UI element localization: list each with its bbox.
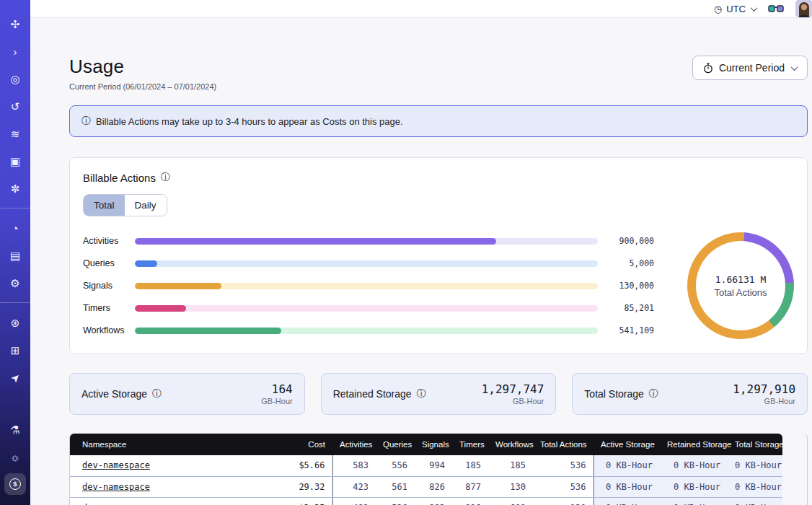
- col-total-actions: Total Actions: [533, 434, 593, 455]
- bar-track: [135, 238, 598, 245]
- bar-label: Workflows: [83, 325, 135, 335]
- usage-gauge-icon[interactable]: ◔: [4, 217, 26, 239]
- info-icon[interactable]: ⓘ: [152, 387, 162, 400]
- glasses-icon: [768, 4, 784, 14]
- billing-card-icon[interactable]: ▤: [4, 245, 26, 266]
- col-activities: Activities: [332, 434, 376, 455]
- total-storage-cell: 0 KB-Hour: [728, 497, 782, 505]
- rocket-icon[interactable]: ➤: [4, 366, 26, 388]
- chevron-down-icon: [751, 4, 758, 12]
- activities-cell: 423: [332, 476, 376, 497]
- col-timers: Timers: [452, 434, 488, 455]
- pricing-dollar-icon[interactable]: $: [4, 473, 26, 495]
- namespace-usage-table: Namespace Cost Activities Queries Signal…: [69, 434, 808, 505]
- active-storage-label: Active Storage: [81, 388, 147, 400]
- retained-storage-unit: GB-Hour: [482, 397, 544, 405]
- task-queues-icon[interactable]: ≋: [4, 123, 26, 144]
- retained-storage-value: 1,297,747: [482, 382, 544, 396]
- activities-cell: 492: [332, 497, 376, 505]
- tab-total[interactable]: Total: [84, 195, 125, 216]
- settings-gear-icon[interactable]: ⚙: [4, 272, 26, 294]
- col-queries: Queries: [376, 434, 415, 455]
- timers-cell: 185: [452, 455, 488, 476]
- page-subtitle: Current Period (06/01/2024 – 07/01/2024): [69, 82, 216, 91]
- timers-cell: 816: [452, 497, 488, 505]
- namespace-link[interactable]: dev-namespace: [82, 482, 150, 492]
- billable-actions-title: Billable Actions: [83, 172, 156, 184]
- user-menu[interactable]: [795, 0, 812, 17]
- cost-cell: $3.35: [281, 497, 332, 505]
- retained-storage-label: Retained Storage: [333, 388, 412, 400]
- info-icon[interactable]: ⓘ: [649, 387, 658, 400]
- current-period-button[interactable]: Current Period: [692, 56, 808, 80]
- total-storage-cell: 0 KB-Hour: [728, 455, 782, 476]
- info-icon[interactable]: ⓘ: [161, 171, 170, 184]
- collapse-sidebar-icon[interactable]: ›: [4, 40, 26, 62]
- bar-label: Activities: [83, 236, 135, 246]
- table-header-row: Namespace Cost Activities Queries Signal…: [70, 434, 782, 455]
- cost-cell: $5.66: [281, 455, 332, 476]
- rocket-glyph: ➤: [8, 370, 22, 385]
- billable-view-tabs: Total Daily: [83, 194, 167, 216]
- signals-cell: 826: [415, 476, 452, 497]
- donut-center: 1.66131 M Total Actions: [696, 241, 785, 330]
- namespace-link[interactable]: dev-namespace: [82, 460, 150, 470]
- schedules-icon[interactable]: ↺: [4, 95, 26, 117]
- queries-cell: 556: [376, 455, 415, 476]
- avatar: [795, 0, 812, 17]
- deployments-icon[interactable]: ▣: [4, 150, 26, 172]
- table-row: dev-namespace $3.35 492 536 883 816 600 …: [70, 497, 782, 505]
- bar-fill: [135, 238, 496, 245]
- total-actions-value: 1.66131 M: [715, 274, 766, 285]
- namespace-link[interactable]: dev-namespace: [82, 503, 150, 505]
- bar-track: [135, 305, 598, 312]
- feedback-glasses-button[interactable]: [768, 4, 784, 14]
- signals-cell: 883: [415, 497, 452, 505]
- bar-row-signals: Signals 130,000: [83, 281, 654, 291]
- workflows-cell: 185: [488, 455, 533, 476]
- active-storage-cell: 0 KB-Hour: [593, 476, 660, 497]
- clock-icon: ◷: [714, 4, 722, 14]
- retained-storage-card: Retained Storage ⓘ 1,297,747 GB-Hour: [321, 373, 557, 415]
- support-lifebuoy-icon[interactable]: ⊛: [4, 312, 26, 333]
- billable-bar-chart: Activities 900,000 Queries 5,000 Signals: [83, 236, 654, 335]
- tab-daily[interactable]: Daily: [125, 195, 167, 216]
- active-storage-cell: 0 KB-Hour: [593, 497, 660, 505]
- nexus-icon[interactable]: ✼: [4, 177, 26, 199]
- total-actions-label: Total Actions: [715, 287, 767, 298]
- active-storage-value: 164: [261, 382, 292, 396]
- bar-value: 85,201: [598, 303, 654, 313]
- current-period-label: Current Period: [719, 62, 785, 74]
- bar-track: [135, 260, 598, 267]
- bar-value: 130,000: [598, 281, 654, 291]
- info-banner: ⓘ Billable Actions may take up to 3-4 ho…: [69, 105, 808, 137]
- total-actions-cell: 536: [533, 476, 593, 497]
- bar-row-activities: Activities 900,000: [83, 236, 654, 246]
- bar-fill: [135, 328, 281, 334]
- bar-track: [135, 283, 598, 289]
- timezone-selector[interactable]: ◷ UTC: [714, 4, 756, 14]
- queries-cell: 561: [376, 476, 415, 497]
- namespaces-icon[interactable]: ◎: [4, 68, 26, 89]
- bar-row-timers: Timers 85,201: [83, 303, 654, 313]
- retained-storage-cell: 0 KB-Hour: [660, 497, 728, 505]
- temporal-logo-icon[interactable]: ✣: [4, 13, 26, 35]
- labs-flask-icon[interactable]: ⚗: [4, 418, 26, 440]
- info-banner-text: Billable Actions may take up to 3-4 hour…: [96, 116, 403, 127]
- sidebar-divider: [0, 302, 30, 303]
- sidebar-divider: [0, 208, 30, 208]
- bar-row-queries: Queries 5,000: [83, 258, 654, 268]
- signals-cell: 994: [415, 455, 452, 476]
- timers-cell: 877: [452, 476, 488, 497]
- bar-fill: [135, 260, 157, 267]
- table-row: dev-namespace 29.32 423 561 826 877 130 …: [70, 476, 782, 497]
- docs-icon[interactable]: ⊞: [4, 339, 26, 361]
- info-icon[interactable]: ⓘ: [417, 387, 426, 400]
- theme-sun-icon[interactable]: ☼: [4, 446, 26, 467]
- retained-storage-cell: 0 KB-Hour: [660, 476, 728, 497]
- sidebar: ✣ › ◎ ↺ ≋ ▣ ✼ ◔ ▤ ⚙ ⊛ ⊞ ➤ ⚗ ☼ $: [0, 0, 30, 505]
- queries-cell: 536: [376, 497, 415, 505]
- table-row: dev-namespace $5.66 583 556 994 185 185 …: [70, 455, 782, 476]
- active-storage-unit: GB-Hour: [261, 397, 292, 405]
- total-storage-label: Total Storage: [584, 388, 644, 400]
